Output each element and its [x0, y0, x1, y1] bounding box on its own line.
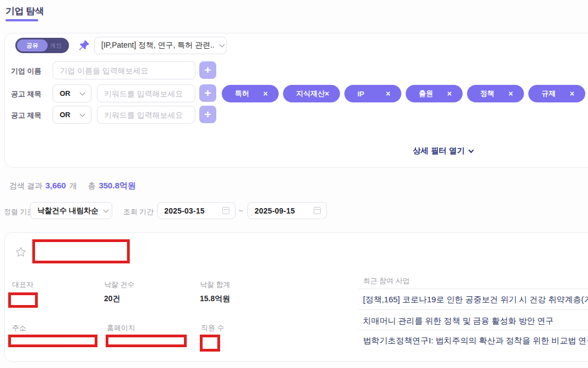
date-to-picker[interactable]: 2025-09-15 [247, 202, 327, 219]
divider [359, 330, 588, 330]
redaction-box-ceo [8, 292, 38, 308]
keyword-tag[interactable]: 지식재산 × [283, 85, 340, 102]
preset-filter-select[interactable]: [IP,Patent] 정책, 연구, 특허 관련.. [94, 37, 227, 54]
date-from-picker[interactable]: 2025-03-15 [157, 202, 235, 219]
ceo-label: 대표자 [12, 280, 33, 290]
keyword-input-2[interactable] [97, 106, 195, 124]
sort-select[interactable]: 낙찰건수 내림차순 [30, 202, 112, 219]
company-name-label: 기업 이름 [11, 66, 42, 76]
keyword-tag[interactable]: 규제 × [528, 85, 585, 102]
notice-title-label-1: 공고 제목 [11, 89, 42, 99]
redaction-box-homepage [106, 335, 187, 347]
divider [359, 309, 588, 310]
toggle-active-option[interactable]: 공유 [17, 39, 48, 51]
date-range-separator: ~ [239, 206, 243, 215]
calendar-icon [222, 207, 229, 214]
homepage-label: 홈페이지 [107, 323, 135, 333]
keyword-tag-label: 규제 [541, 89, 556, 99]
preset-filter-value: [IP,Patent] 정책, 연구, 특허 관련.. [101, 41, 215, 50]
keyword-tag-label: 지식재산 [296, 89, 325, 99]
sort-value: 낙찰건수 내림차순 [37, 206, 99, 216]
operator-value-2: OR [60, 111, 71, 119]
keyword-tag[interactable]: 특허 × [222, 85, 279, 102]
date-to-value: 2025-09-15 [255, 206, 295, 215]
chevron-down-icon [80, 111, 85, 117]
total-amount: 350.8억원 [99, 181, 136, 191]
add-keyword-button-2[interactable]: + [199, 106, 216, 123]
calendar-icon [314, 207, 321, 214]
close-icon[interactable]: × [570, 90, 574, 97]
pushpin-icon[interactable] [77, 39, 90, 52]
address-label: 주소 [12, 323, 26, 333]
keyword-tag[interactable]: 출원 × [406, 85, 463, 102]
open-detail-filter-button[interactable]: 상세 필터 열기 [413, 146, 473, 156]
operator-value-1: OR [60, 89, 71, 97]
bid-count-label: 낙찰 건수 [104, 280, 135, 290]
notice-title-label-2: 공고 제목 [11, 111, 42, 120]
close-icon[interactable]: × [263, 90, 268, 97]
keyword-tag-label: 특허 [235, 89, 249, 99]
keyword-tag[interactable]: 정책 × [467, 85, 524, 102]
keyword-tag-label: IP [358, 90, 364, 98]
recent-projects-label: 최근 참여 사업 [363, 276, 410, 286]
bid-total-value: 15.8억원 [200, 294, 230, 304]
add-keyword-button-1[interactable]: + [199, 84, 216, 102]
company-name-input[interactable] [53, 61, 195, 79]
title-underline [5, 19, 38, 21]
summary-label: 검색 결과 [9, 181, 42, 191]
detail-filter-label: 상세 필터 열기 [413, 146, 465, 156]
total-label: 총 [88, 181, 95, 191]
employees-label: 직원 수 [201, 323, 224, 333]
keyword-tag-label: 출원 [419, 89, 433, 99]
favorite-star-icon[interactable] [15, 246, 27, 258]
add-company-name-button[interactable]: + [199, 61, 216, 79]
share-private-toggle[interactable]: 공유 개인 [15, 38, 69, 53]
chevron-down-icon [219, 42, 224, 48]
keyword-input-1[interactable] [97, 84, 195, 102]
close-icon[interactable]: × [447, 90, 452, 97]
close-icon[interactable]: × [325, 90, 329, 97]
bid-total-label: 낙찰 합계 [200, 280, 230, 290]
redaction-box-company-name [32, 239, 130, 263]
result-count: 3,660 [45, 181, 66, 190]
chevron-down-icon [80, 90, 85, 95]
operator-select-2[interactable]: OR [53, 106, 91, 124]
recent-project-item[interactable]: 치매머니 관리를 위한 정책 및 금융 활성화 방안 연구 [363, 316, 588, 326]
bid-count-value: 20건 [104, 294, 120, 304]
keyword-tag-label: 정책 [480, 89, 494, 99]
period-label: 조회 기간 [123, 207, 154, 217]
redaction-box-address [8, 335, 97, 347]
close-icon[interactable]: × [386, 90, 390, 97]
toggle-inactive-option[interactable]: 개인 [50, 42, 62, 50]
chevron-down-icon [103, 207, 108, 212]
close-icon[interactable]: × [509, 90, 513, 97]
date-from-value: 2025-03-15 [164, 206, 205, 215]
search-result-summary: 검색 결과 3,660 개 총 350.8억원 [9, 181, 136, 191]
operator-select-1[interactable]: OR [53, 84, 91, 102]
recent-project-item[interactable]: 법학기초정책연구I: 법치주의의 확산과 정착을 위한 비교법 연구 [363, 336, 588, 346]
page-title: 기업 탐색 [5, 5, 44, 18]
chevron-down-icon [469, 147, 474, 153]
divider [359, 289, 588, 289]
company-search-page: 기업 탐색 공유 개인 [IP,Patent] 정책, 연구, 특허 관련.. … [0, 0, 588, 368]
count-unit: 개 [69, 181, 77, 191]
keyword-tag[interactable]: IP × [344, 85, 401, 102]
recent-project-item[interactable]: [정책,165] 코로나19로 인한 공중보건 위기 시 건강 취약계층(기저질… [363, 295, 588, 305]
redaction-box-employees [200, 335, 220, 352]
